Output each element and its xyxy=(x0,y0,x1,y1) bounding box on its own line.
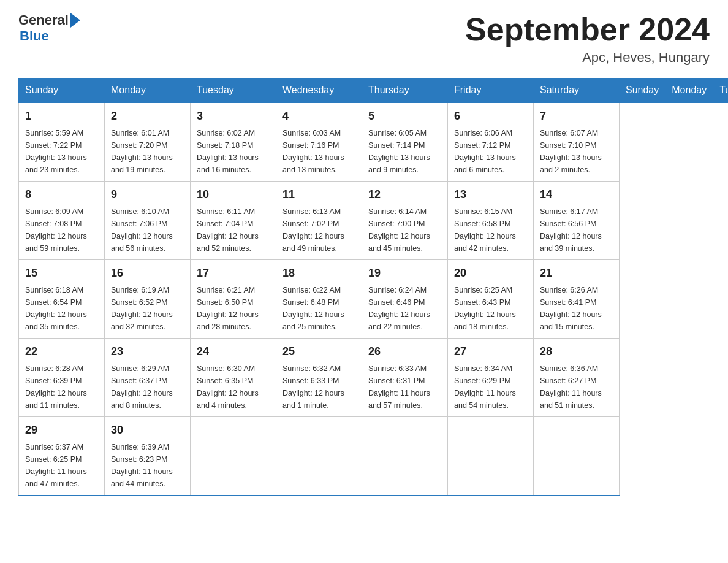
logo-blue-text: Blue xyxy=(20,28,49,44)
day-info: Sunrise: 6:26 AMSunset: 6:41 PMDaylight:… xyxy=(540,284,613,333)
day-info: Sunrise: 6:37 AMSunset: 6:25 PMDaylight:… xyxy=(25,441,98,490)
calendar-cell: 16Sunrise: 6:19 AMSunset: 6:52 PMDayligh… xyxy=(105,260,191,339)
day-number: 22 xyxy=(25,343,98,360)
day-number: 9 xyxy=(111,186,184,203)
day-number: 27 xyxy=(454,343,527,360)
day-info: Sunrise: 6:02 AMSunset: 7:18 PMDaylight:… xyxy=(197,127,270,176)
calendar-cell: 15Sunrise: 6:18 AMSunset: 6:54 PMDayligh… xyxy=(19,260,105,339)
day-number: 3 xyxy=(197,108,270,124)
day-number: 28 xyxy=(540,343,613,360)
day-info: Sunrise: 6:32 AMSunset: 6:33 PMDaylight:… xyxy=(282,362,355,412)
calendar-cell: 10Sunrise: 6:11 AMSunset: 7:04 PMDayligh… xyxy=(191,182,276,260)
calendar-cell: 19Sunrise: 6:24 AMSunset: 6:46 PMDayligh… xyxy=(362,260,448,339)
day-info: Sunrise: 6:13 AMSunset: 7:02 PMDaylight:… xyxy=(282,205,355,255)
day-number: 12 xyxy=(368,186,441,203)
day-info: Sunrise: 5:59 AMSunset: 7:22 PMDaylight:… xyxy=(25,127,98,176)
day-number: 24 xyxy=(197,343,270,360)
day-number: 20 xyxy=(454,265,527,282)
title-section: September 2024 Apc, Heves, Hungary xyxy=(465,12,710,66)
day-number: 4 xyxy=(282,108,355,124)
day-number: 30 xyxy=(111,422,184,439)
calendar-cell: 22Sunrise: 6:28 AMSunset: 6:39 PMDayligh… xyxy=(19,339,105,417)
day-number: 2 xyxy=(111,108,184,124)
day-number: 18 xyxy=(282,265,355,282)
day-number: 16 xyxy=(111,265,184,282)
day-info: Sunrise: 6:34 AMSunset: 6:29 PMDaylight:… xyxy=(454,362,527,412)
day-info: Sunrise: 6:05 AMSunset: 7:14 PMDaylight:… xyxy=(368,127,441,176)
col-header-wednesday: Wednesday xyxy=(276,79,362,103)
day-number: 25 xyxy=(282,343,355,360)
day-info: Sunrise: 6:22 AMSunset: 6:48 PMDaylight:… xyxy=(282,284,355,333)
day-info: Sunrise: 6:07 AMSunset: 7:10 PMDaylight:… xyxy=(540,127,613,176)
col-header-tuesday: Tuesday xyxy=(191,79,276,103)
calendar-week-row: 29Sunrise: 6:37 AMSunset: 6:25 PMDayligh… xyxy=(19,417,729,496)
day-number: 14 xyxy=(540,186,613,203)
calendar-cell xyxy=(448,417,534,496)
calendar-cell: 11Sunrise: 6:13 AMSunset: 7:02 PMDayligh… xyxy=(276,182,362,260)
day-number: 13 xyxy=(454,186,527,203)
calendar-cell: 13Sunrise: 6:15 AMSunset: 6:58 PMDayligh… xyxy=(448,182,534,260)
calendar-cell: 12Sunrise: 6:14 AMSunset: 7:00 PMDayligh… xyxy=(362,182,448,260)
day-info: Sunrise: 6:24 AMSunset: 6:46 PMDaylight:… xyxy=(368,284,441,333)
day-info: Sunrise: 6:39 AMSunset: 6:23 PMDaylight:… xyxy=(111,441,184,490)
calendar-header-row: SundayMondayTuesdayWednesdayThursdayFrid… xyxy=(19,79,729,103)
day-info: Sunrise: 6:19 AMSunset: 6:52 PMDaylight:… xyxy=(111,284,184,333)
calendar-cell xyxy=(362,417,448,496)
logo: General Blue xyxy=(18,12,80,44)
day-info: Sunrise: 6:14 AMSunset: 7:00 PMDaylight:… xyxy=(368,205,441,255)
day-number: 19 xyxy=(368,265,441,282)
calendar-cell: 25Sunrise: 6:32 AMSunset: 6:33 PMDayligh… xyxy=(276,339,362,417)
calendar-cell: 20Sunrise: 6:25 AMSunset: 6:43 PMDayligh… xyxy=(448,260,534,339)
calendar-cell: 28Sunrise: 6:36 AMSunset: 6:27 PMDayligh… xyxy=(534,339,620,417)
col-header-friday: Friday xyxy=(448,79,534,103)
day-info: Sunrise: 6:10 AMSunset: 7:06 PMDaylight:… xyxy=(111,205,184,255)
calendar-cell: 5Sunrise: 6:05 AMSunset: 7:14 PMDaylight… xyxy=(362,102,448,182)
day-number: 23 xyxy=(111,343,184,360)
calendar-cell: 1Sunrise: 5:59 AMSunset: 7:22 PMDaylight… xyxy=(19,102,105,182)
page-header: General Blue September 2024 Apc, Heves, … xyxy=(18,12,710,66)
calendar-week-row: 15Sunrise: 6:18 AMSunset: 6:54 PMDayligh… xyxy=(19,260,729,339)
logo-arrow-icon xyxy=(70,13,80,28)
day-number: 1 xyxy=(25,108,98,124)
calendar-cell: 2Sunrise: 6:01 AMSunset: 7:20 PMDaylight… xyxy=(105,102,191,182)
day-info: Sunrise: 6:01 AMSunset: 7:20 PMDaylight:… xyxy=(111,127,184,176)
calendar-cell: 7Sunrise: 6:07 AMSunset: 7:10 PMDaylight… xyxy=(534,102,620,182)
day-info: Sunrise: 6:28 AMSunset: 6:39 PMDaylight:… xyxy=(25,362,98,412)
day-number: 10 xyxy=(197,186,270,203)
calendar-cell xyxy=(534,417,620,496)
day-info: Sunrise: 6:21 AMSunset: 6:50 PMDaylight:… xyxy=(197,284,270,333)
day-number: 29 xyxy=(25,422,98,439)
day-number: 8 xyxy=(25,186,98,203)
day-number: 15 xyxy=(25,265,98,282)
col-header-monday: Monday xyxy=(665,79,713,103)
calendar-week-row: 8Sunrise: 6:09 AMSunset: 7:08 PMDaylight… xyxy=(19,182,729,260)
day-info: Sunrise: 6:15 AMSunset: 6:58 PMDaylight:… xyxy=(454,205,527,255)
day-number: 17 xyxy=(197,265,270,282)
col-header-thursday: Thursday xyxy=(362,79,448,103)
day-info: Sunrise: 6:11 AMSunset: 7:04 PMDaylight:… xyxy=(197,205,270,255)
calendar-cell: 29Sunrise: 6:37 AMSunset: 6:25 PMDayligh… xyxy=(19,417,105,496)
day-info: Sunrise: 6:33 AMSunset: 6:31 PMDaylight:… xyxy=(368,362,441,412)
calendar-cell: 8Sunrise: 6:09 AMSunset: 7:08 PMDaylight… xyxy=(19,182,105,260)
day-info: Sunrise: 6:03 AMSunset: 7:16 PMDaylight:… xyxy=(282,127,355,176)
calendar-cell: 3Sunrise: 6:02 AMSunset: 7:18 PMDaylight… xyxy=(191,102,276,182)
calendar-title: September 2024 xyxy=(465,12,710,47)
col-header-saturday: Saturday xyxy=(534,79,620,103)
day-number: 5 xyxy=(368,108,441,124)
location-subtitle: Apc, Heves, Hungary xyxy=(465,50,710,66)
day-info: Sunrise: 6:29 AMSunset: 6:37 PMDaylight:… xyxy=(111,362,184,412)
calendar-cell: 14Sunrise: 6:17 AMSunset: 6:56 PMDayligh… xyxy=(534,182,620,260)
col-header-sunday: Sunday xyxy=(19,79,105,103)
calendar-cell: 30Sunrise: 6:39 AMSunset: 6:23 PMDayligh… xyxy=(105,417,191,496)
day-info: Sunrise: 6:09 AMSunset: 7:08 PMDaylight:… xyxy=(25,205,98,255)
calendar-table: SundayMondayTuesdayWednesdayThursdayFrid… xyxy=(18,78,728,496)
calendar-cell: 17Sunrise: 6:21 AMSunset: 6:50 PMDayligh… xyxy=(191,260,276,339)
calendar-cell: 21Sunrise: 6:26 AMSunset: 6:41 PMDayligh… xyxy=(534,260,620,339)
day-info: Sunrise: 6:30 AMSunset: 6:35 PMDaylight:… xyxy=(197,362,270,412)
calendar-cell: 23Sunrise: 6:29 AMSunset: 6:37 PMDayligh… xyxy=(105,339,191,417)
calendar-cell: 6Sunrise: 6:06 AMSunset: 7:12 PMDaylight… xyxy=(448,102,534,182)
day-info: Sunrise: 6:25 AMSunset: 6:43 PMDaylight:… xyxy=(454,284,527,333)
calendar-cell: 4Sunrise: 6:03 AMSunset: 7:16 PMDaylight… xyxy=(276,102,362,182)
logo-general-text: General xyxy=(18,12,69,28)
col-header-sunday: Sunday xyxy=(620,79,665,103)
